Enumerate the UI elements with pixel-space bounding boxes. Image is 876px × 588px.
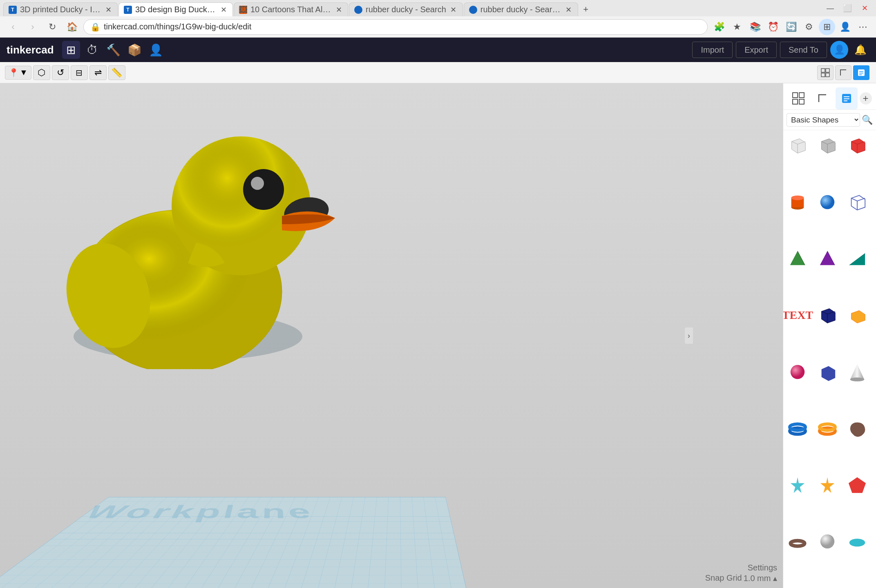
header-grid-icon[interactable]: ⊞: [62, 41, 80, 59]
tab-5[interactable]: rubber ducky - Search Images ✕: [464, 2, 578, 16]
home-button[interactable]: 🏠: [64, 19, 80, 35]
collapse-panel-button[interactable]: ›: [685, 327, 693, 344]
shape-blob-brown[interactable]: [845, 416, 869, 440]
shape-box-red[interactable]: [845, 134, 869, 157]
browser-chrome: T 3D printed Ducky - Instructa... ✕ T 3D…: [0, 0, 876, 38]
shape-sphere-silver[interactable]: [816, 530, 839, 553]
panel-tab-grid[interactable]: [787, 87, 809, 109]
tab-2-favicon: T: [124, 6, 132, 14]
shape-sphere-blue[interactable]: [816, 190, 839, 214]
select-tool-btn[interactable]: ⬡: [33, 65, 50, 80]
shape-box-yellow[interactable]: [845, 303, 869, 327]
shape-ring-gold[interactable]: [816, 416, 839, 440]
panel-add-shape-button[interactable]: +: [860, 92, 872, 105]
shape-star-yellow[interactable]: [816, 473, 839, 497]
shape-category-dropdown[interactable]: Basic Shapes: [787, 113, 860, 127]
user-avatar[interactable]: 👤: [830, 41, 848, 59]
search-shapes-icon[interactable]: 🔍: [862, 115, 873, 125]
send-to-button[interactable]: Send To: [780, 42, 827, 58]
shape-box-gray[interactable]: [816, 134, 839, 157]
shape-cylinder-orange[interactable]: [786, 190, 809, 214]
import-button[interactable]: Import: [692, 42, 733, 58]
corner-panel-tab[interactable]: [835, 65, 851, 80]
shape-teal-wedge[interactable]: [845, 247, 869, 270]
shape-pyramid-green[interactable]: [786, 247, 809, 270]
header-person-icon[interactable]: 👤: [147, 41, 165, 59]
collections-icon[interactable]: 📚: [747, 19, 763, 35]
tab-5-close[interactable]: ✕: [565, 6, 573, 14]
workplane-label: Workplane: [82, 502, 319, 523]
maximize-button[interactable]: ⬜: [839, 0, 856, 16]
forward-button[interactable]: ›: [25, 19, 41, 35]
notes-panel-tab[interactable]: [853, 65, 869, 80]
shape-sphere-magenta[interactable]: [786, 360, 809, 384]
refresh-button[interactable]: ↻: [44, 19, 60, 35]
header-layers-icon[interactable]: 📦: [126, 41, 144, 59]
viewport-toolbar-bar: 📍 ▼ ⬡ ↺ ⊟ ⇌ 📏: [0, 62, 876, 83]
tab-1-close[interactable]: ✕: [104, 6, 112, 14]
sync-icon[interactable]: 🔄: [783, 19, 799, 35]
shape-star-teal[interactable]: [786, 473, 809, 497]
viewport[interactable]: Workplane: [0, 83, 783, 588]
tab-3-close[interactable]: ✕: [335, 6, 343, 14]
svg-rect-19: [793, 99, 798, 104]
shape-wire-box[interactable]: [845, 190, 869, 214]
tab-4-close[interactable]: ✕: [449, 6, 458, 14]
favorites-icon[interactable]: ★: [729, 19, 745, 35]
snap-grid-value[interactable]: 1.0 mm ▴: [744, 573, 777, 583]
svg-rect-20: [799, 99, 804, 104]
svg-rect-2: [821, 73, 825, 77]
settings-link[interactable]: Settings: [748, 563, 777, 572]
shape-box-white[interactable]: [786, 134, 809, 157]
header-tools-icon[interactable]: 🔨: [105, 41, 123, 59]
shapes-grid: TEXT: [783, 130, 876, 588]
shape-pentagon-red[interactable]: [845, 473, 869, 497]
extensions-icon[interactable]: 🧩: [711, 19, 727, 35]
shape-box-indigo[interactable]: [816, 360, 839, 384]
address-bar[interactable]: 🔒 tinkercad.com/things/1G9w-big-duck/edi…: [83, 19, 708, 35]
panel-tab-notes[interactable]: [836, 87, 858, 109]
viewport-bottom-status: Settings Snap Grid 1.0 mm ▴: [705, 563, 777, 583]
mirror-btn[interactable]: ⇌: [89, 65, 107, 80]
menu-icon[interactable]: ⋯: [855, 19, 871, 35]
minimize-button[interactable]: —: [822, 0, 838, 16]
shape-lens-teal[interactable]: [845, 530, 869, 553]
shape-text-red[interactable]: TEXT: [786, 303, 809, 327]
tab-2[interactable]: T 3D design Big Duck - Tinkercad ✕: [118, 2, 233, 16]
tab-2-title: 3D design Big Duck - Tinkercad: [135, 5, 216, 14]
tab-4[interactable]: rubber ducky - Search ✕: [349, 2, 463, 16]
svg-point-15: [251, 177, 264, 190]
tab-bar: T 3D printed Ducky - Instructa... ✕ T 3D…: [0, 0, 876, 16]
shape-ring-blue[interactable]: [786, 416, 809, 440]
shape-cone-silver[interactable]: [845, 360, 869, 384]
shape-torus-brown[interactable]: [786, 530, 809, 553]
rotate-tool-btn[interactable]: ↺: [52, 65, 69, 80]
tab-1[interactable]: T 3D printed Ducky - Instructa... ✕: [3, 2, 118, 16]
profile-icon[interactable]: 👤: [837, 19, 853, 35]
tab-2-close[interactable]: ✕: [219, 6, 228, 14]
layout-btn[interactable]: ⊟: [71, 65, 88, 80]
ruler-btn[interactable]: 📏: [108, 65, 125, 80]
snap-grid-label: Snap Grid: [705, 573, 742, 583]
grid-panel-tab[interactable]: [817, 65, 834, 80]
back-button[interactable]: ‹: [5, 19, 21, 35]
svg-marker-35: [849, 477, 866, 493]
header-clock-icon[interactable]: ⏱: [83, 41, 101, 59]
coordinate-display[interactable]: 📍 ▼: [5, 66, 31, 80]
panel-tab-corner[interactable]: [811, 87, 834, 109]
new-tab-button[interactable]: +: [579, 2, 593, 16]
shape-pyramid-purple[interactable]: [816, 247, 839, 270]
shape-box-navy[interactable]: [816, 303, 839, 327]
tab-4-favicon: [354, 6, 362, 14]
export-button[interactable]: Export: [736, 42, 777, 58]
svg-point-29: [791, 365, 805, 379]
history-icon[interactable]: ⏰: [765, 19, 781, 35]
tab-3[interactable]: 🖼 10 Cartoons That Almost Looke... ✕: [234, 2, 348, 16]
close-button[interactable]: ✕: [856, 0, 873, 16]
browser-settings-icon[interactable]: ⚙: [801, 19, 817, 35]
browser-toolbar-actions: 🧩 ★ 📚 ⏰ 🔄 ⚙ ⊞ 👤 ⋯: [711, 19, 871, 35]
grid-view-icon[interactable]: ⊞: [819, 19, 835, 35]
svg-rect-17: [793, 93, 798, 98]
svg-point-38: [849, 539, 865, 547]
notifications-icon[interactable]: 🔔: [851, 41, 869, 59]
